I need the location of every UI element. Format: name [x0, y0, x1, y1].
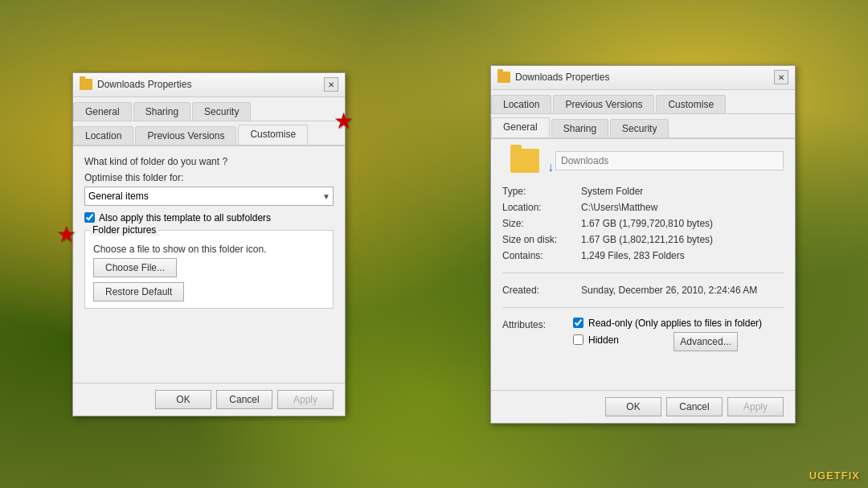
left-title-left: Downloads Properties	[80, 79, 191, 90]
left-tab-customise[interactable]: Customise	[238, 125, 308, 145]
right-info-grid: Type: System Folder Location: C:\Users\M…	[491, 179, 795, 268]
right-tab-location[interactable]: Location	[491, 95, 551, 113]
left-optimize-select[interactable]: General items Documents Pictures Music V…	[84, 187, 334, 206]
left-close-button[interactable]: ✕	[324, 77, 338, 92]
right-folder-arrow: ↓	[547, 160, 554, 174]
left-tabs-row2: Location Previous Versions Customise	[73, 121, 345, 146]
left-tab-security[interactable]: Security	[192, 102, 251, 121]
right-advanced-btn[interactable]: Advanced...	[674, 332, 738, 351]
right-tab-sharing[interactable]: Sharing	[551, 119, 608, 137]
right-contains-value: 1,249 Files, 283 Folders	[581, 250, 784, 261]
left-folder-pictures-desc: Choose a file to show on this folder ico…	[93, 244, 325, 255]
left-dialog-title: Downloads Properties	[97, 79, 191, 90]
left-apply-btn[interactable]: Apply	[277, 390, 334, 409]
right-folder-icon-large	[510, 149, 539, 173]
right-bottom: OK Cancel Apply	[491, 390, 795, 423]
right-cancel-btn[interactable]: Cancel	[666, 397, 723, 416]
right-folder-icon-large-wrapper: ↓	[502, 149, 547, 173]
right-created-label: Created:	[502, 285, 575, 296]
left-dialog: Downloads Properties ✕ General Sharing S…	[72, 72, 346, 416]
left-tabs-row1: General Sharing Security	[73, 97, 345, 121]
left-folder-pictures-group: Folder pictures Choose a file to show on…	[84, 230, 334, 309]
right-info-grid2: Created: Sunday, December 26, 2010, 2:24…	[491, 278, 795, 302]
right-folder-row: ↓	[491, 139, 795, 179]
right-hidden-attr-row: Hidden	[573, 334, 619, 346]
left-folder-icon	[80, 79, 92, 90]
right-attributes-section: Attributes: Read-only (Only applies to f…	[491, 313, 795, 358]
right-location-value: C:\Users\Matthew	[581, 202, 784, 213]
left-optimize-label: Optimise this folder for:	[84, 172, 334, 183]
left-restore-default-btn[interactable]: Restore Default	[93, 282, 184, 301]
right-spacer	[491, 358, 795, 390]
left-tab-location[interactable]: Location	[73, 126, 133, 145]
right-created-value: Sunday, December 26, 2010, 2:24:46 AM	[581, 285, 784, 296]
right-type-label: Type:	[502, 186, 575, 197]
left-ok-btn[interactable]: OK	[155, 390, 211, 409]
left-subfolders-checkbox[interactable]	[84, 212, 95, 223]
right-location-label: Location:	[502, 202, 575, 213]
left-cancel-btn[interactable]: Cancel	[216, 390, 272, 409]
right-attr-label: Attributes:	[502, 318, 567, 330]
right-folder-icon	[497, 72, 510, 83]
right-tabs-row1: Location Previous Versions Customise	[491, 90, 795, 114]
right-titlebar: Downloads Properties ✕	[491, 66, 795, 90]
right-ok-btn[interactable]: OK	[605, 397, 661, 416]
right-divider1	[502, 273, 784, 273]
right-tab-general[interactable]: General	[491, 117, 550, 137]
left-bottom: OK Cancel Apply	[73, 383, 345, 416]
left-tab-sharing[interactable]: Sharing	[133, 102, 190, 121]
right-hidden-checkbox[interactable]	[573, 334, 583, 345]
left-checkbox-row: Also apply this template to all subfolde…	[84, 212, 334, 223]
right-hidden-label: Hidden	[588, 334, 619, 346]
right-readonly-row: Read-only (Only applies to files in fold…	[573, 318, 762, 329]
right-tab-security[interactable]: Security	[610, 119, 669, 137]
right-dialog: Downloads Properties ✕ Location Previous…	[490, 65, 796, 424]
right-apply-btn[interactable]: Apply	[727, 397, 784, 416]
left-dropdown-wrapper: General items Documents Pictures Music V…	[84, 187, 334, 206]
left-folder-pictures-title: Folder pictures	[90, 224, 158, 236]
left-choose-file-btn[interactable]: Choose File...	[93, 258, 177, 277]
left-spacer	[73, 318, 345, 383]
left-subfolders-label: Also apply this template to all subfolde…	[99, 212, 271, 223]
right-size-disk-label: Size on disk:	[502, 234, 575, 245]
right-size-label: Size:	[502, 218, 575, 229]
right-title-left: Downloads Properties	[497, 72, 609, 83]
left-content: What kind of folder do you want ? Optimi…	[73, 146, 345, 318]
left-header: What kind of folder do you want ?	[84, 156, 334, 167]
right-attr-values: Read-only (Only applies to files in fold…	[573, 318, 762, 351]
right-readonly-label: Read-only (Only applies to files in fold…	[588, 318, 762, 329]
right-dialog-title: Downloads Properties	[515, 72, 609, 83]
left-dialog-wrapper: ★ ★ Downloads Properties ✕ General Shari…	[72, 72, 346, 416]
right-readonly-checkbox[interactable]	[573, 318, 583, 328]
left-tab-prev-versions[interactable]: Previous Versions	[135, 126, 236, 145]
left-tab-general[interactable]: General	[73, 102, 132, 121]
right-folder-name-input[interactable]	[555, 151, 784, 170]
right-type-value: System Folder	[581, 186, 784, 197]
right-tab-prev-versions[interactable]: Previous Versions	[553, 95, 654, 113]
right-size-value: 1.67 GB (1,799,720,810 bytes)	[581, 218, 784, 229]
right-attr-row1: Attributes: Read-only (Only applies to f…	[502, 318, 784, 351]
right-contains-label: Contains:	[502, 250, 575, 261]
left-titlebar: Downloads Properties ✕	[73, 73, 345, 97]
right-divider2	[502, 307, 784, 308]
right-size-disk-value: 1.67 GB (1,802,121,216 bytes)	[581, 234, 784, 245]
right-tab-customise[interactable]: Customise	[656, 95, 726, 113]
right-tabs-row2: General Sharing Security	[491, 114, 795, 139]
right-hidden-row: Hidden Advanced...	[573, 332, 762, 351]
watermark: UGETFIX	[809, 470, 860, 482]
right-dialog-wrapper: Downloads Properties ✕ Location Previous…	[490, 65, 796, 424]
right-close-button[interactable]: ✕	[774, 70, 788, 84]
